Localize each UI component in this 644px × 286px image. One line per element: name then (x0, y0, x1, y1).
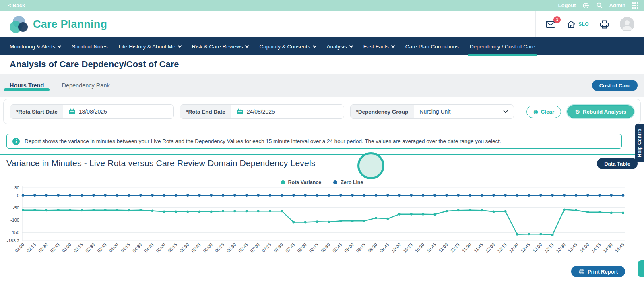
rota-start-date-label: *Rota Start Date (10, 105, 63, 118)
refresh-icon: ↻ (575, 109, 580, 115)
nav-item-label: Capacity & Consents (259, 44, 310, 50)
nav-item-shortcut-notes[interactable]: Shortcut Notes (72, 37, 107, 55)
nav-item-label: Shortcut Notes (72, 44, 107, 50)
print-report-button[interactable]: Print Report (571, 266, 625, 277)
svg-text:-50: -50 (13, 205, 19, 210)
nav-item-monitoring-alerts[interactable]: Monitoring & Alerts (10, 37, 61, 55)
rota-start-date-field[interactable]: *Rota Start Date 18/08/2025 (10, 104, 174, 119)
chevron-down-icon (391, 44, 395, 48)
tabs: Hours TrendDependency Rank (10, 74, 110, 97)
printer-icon (599, 20, 609, 29)
mail-badge: 3 (553, 16, 561, 23)
svg-text:09:15: 09:15 (355, 242, 366, 253)
divider (520, 104, 520, 120)
svg-text:14:30: 14:30 (602, 242, 613, 253)
active-nav-underline (468, 54, 537, 56)
svg-text:05:45: 05:45 (190, 242, 202, 253)
svg-text:02:45: 02:45 (49, 242, 60, 253)
svg-text:07:00: 07:00 (249, 242, 260, 253)
active-tab-underline (4, 88, 50, 91)
chevron-down-icon (178, 44, 182, 48)
svg-text:10:15: 10:15 (402, 242, 413, 253)
svg-text:11:30: 11:30 (461, 242, 472, 253)
print-button[interactable] (599, 20, 609, 29)
svg-text:08:45: 08:45 (332, 242, 343, 253)
svg-text:07:45: 07:45 (285, 242, 296, 253)
svg-text:12:00: 12:00 (485, 242, 496, 253)
apps-grid-icon[interactable] (632, 2, 638, 9)
messages-button[interactable]: 3 (545, 20, 556, 29)
admin-menu[interactable]: Admin (609, 2, 625, 8)
svg-text:-150: -150 (10, 230, 19, 235)
cost-of-care-label: Cost of Care (599, 83, 630, 89)
nav-item-dependency-cost-of-care[interactable]: Dependency / Cost of Care (470, 37, 535, 55)
svg-text:02:15: 02:15 (26, 242, 37, 253)
svg-text:10:45: 10:45 (426, 242, 437, 253)
data-table-label: Data Table (604, 161, 630, 167)
nav-item-label: Life History & About Me (119, 44, 175, 50)
svg-text:06:15: 06:15 (214, 242, 225, 253)
nav-item-fast-facts[interactable]: Fast Facts (363, 37, 394, 55)
nav-item-capacity-consents[interactable]: Capacity & Consents (259, 37, 316, 55)
svg-text:14:45: 14:45 (614, 242, 625, 253)
tab-dependency-rank[interactable]: Dependency Rank (62, 74, 109, 97)
svg-text:03:00: 03:00 (61, 242, 72, 253)
svg-text:07:15: 07:15 (261, 242, 272, 253)
legend-dot (333, 180, 337, 184)
back-button[interactable]: < Back (8, 2, 25, 8)
svg-text:11:45: 11:45 (473, 242, 484, 253)
nav-item-care-plan-corrections[interactable]: Care Plan Corrections (405, 37, 459, 55)
dependency-group-value: Nursing Unit (419, 108, 450, 115)
chevron-down-icon (245, 44, 249, 48)
svg-text:04:30: 04:30 (132, 242, 143, 253)
logout-button[interactable]: Logout (558, 2, 576, 8)
section-divider (0, 154, 644, 155)
nav-item-label: Fast Facts (363, 44, 389, 50)
logout-label: Logout (558, 2, 576, 8)
svg-text:06:45: 06:45 (237, 242, 249, 253)
nav-item-analysis[interactable]: Analysis (327, 37, 353, 55)
nav-item-label: Risk & Care Reviews (192, 44, 243, 50)
svg-text:02:00: 02:00 (14, 242, 25, 253)
chart-title: Variance in Minutes - Live Rota versus C… (6, 158, 315, 168)
cost-of-care-button[interactable]: Cost of Care (592, 80, 638, 91)
clear-button[interactable]: ⊗ Clear (526, 106, 561, 118)
logout-icon[interactable] (582, 2, 590, 9)
calendar-icon (237, 108, 243, 115)
top-utility-bar: < Back Logout Admin (0, 0, 644, 11)
tab-label: Hours Trend (10, 82, 44, 89)
rota-end-date-field[interactable]: *Rota End Date 24/08/2025 (180, 104, 344, 119)
dependency-group-label: *Dependency Group (351, 105, 414, 118)
svg-text:30: 30 (14, 185, 19, 190)
dependency-group-select[interactable]: *Dependency Group Nursing Unit (350, 104, 514, 119)
search-icon[interactable] (596, 2, 603, 9)
nav-item-label: Dependency / Cost of Care (470, 44, 535, 50)
svg-text:13:15: 13:15 (543, 242, 555, 253)
rebuild-analysis-button[interactable]: ↻ Rebuild Analysis (567, 105, 634, 118)
user-avatar[interactable] (620, 17, 634, 31)
svg-text:05:15: 05:15 (167, 242, 178, 253)
svg-text:0: 0 (17, 193, 19, 198)
help-centre-tab[interactable]: Help Centre (635, 124, 644, 162)
app-title: Care Planning (33, 18, 107, 31)
home-icon (566, 20, 576, 29)
svg-text:06:00: 06:00 (202, 242, 213, 253)
page-title: Analysis of Care Depdency/Cost of Care (10, 59, 179, 70)
clear-label: Clear (541, 109, 554, 115)
home-button[interactable]: SLO (566, 20, 589, 29)
care-planning-app: < Back Logout Admin Care Planning (0, 0, 644, 286)
svg-text:08:15: 08:15 (308, 242, 319, 253)
brand: Care Planning (10, 16, 107, 33)
svg-text:12:15: 12:15 (496, 242, 508, 253)
nav-item-label: Care Plan Corrections (405, 44, 459, 50)
data-table-button[interactable]: Data Table (597, 158, 638, 169)
chevron-down-icon (58, 44, 62, 48)
nav-item-risk-care-reviews[interactable]: Risk & Care Reviews (192, 37, 249, 55)
tab-strip: Hours TrendDependency Rank Cost of Care (0, 74, 644, 97)
svg-text:02:30: 02:30 (37, 242, 49, 253)
page-title-bar: Analysis of Care Depdency/Cost of Care (0, 55, 644, 74)
tab-hours-trend[interactable]: Hours Trend (10, 74, 44, 97)
svg-text:09:00: 09:00 (343, 242, 355, 253)
nav-item-life-history-about-me[interactable]: Life History & About Me (119, 37, 181, 55)
side-scroll-button[interactable] (638, 260, 644, 277)
